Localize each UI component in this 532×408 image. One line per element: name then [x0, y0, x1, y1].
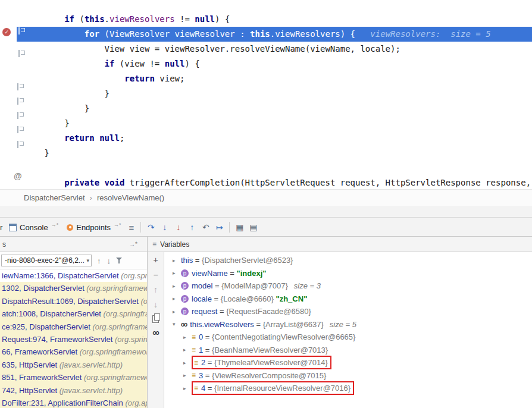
- chevron-collapsed-icon[interactable]: ▸: [173, 283, 181, 289]
- editor-debugger-splitter[interactable]: [0, 206, 532, 218]
- chevron-collapsed-icon[interactable]: ▸: [173, 309, 181, 315]
- code-lines: if (this.viewResolvers != null) { for (V…: [0, 0, 532, 189]
- view-as-grid-icon[interactable]: ▦: [233, 222, 246, 232]
- variable-content: pviewName = "indexj": [181, 268, 266, 279]
- next-frame-button[interactable]: ↓: [104, 256, 114, 265]
- menu-icon[interactable]: ≡: [126, 222, 138, 233]
- frames-header-drag-icon: →*: [129, 241, 137, 247]
- move-watch-up-button[interactable]: ↑: [154, 285, 158, 294]
- chevron-collapsed-icon[interactable]: ▸: [173, 296, 181, 302]
- stack-frame-row[interactable]: 851, FrameworkServlet (org.springframewo: [0, 371, 147, 384]
- equals-sign: =: [212, 281, 221, 290]
- variable-name: 1: [199, 346, 203, 354]
- stack-frame-row[interactable]: 1302, DispatcherServlet (org.springframe…: [0, 282, 147, 294]
- debug-content: -nio-8080-exec-2"@6,2... ▾ ↑ ↓ iewName:1…: [0, 252, 532, 408]
- code-line[interactable]: return view;: [0, 71, 532, 86]
- frames-panel: -nio-8080-exec-2"@6,2... ▾ ↑ ↓ iewName:1…: [0, 252, 148, 408]
- equals-sign: =: [193, 256, 202, 265]
- add-watch-button[interactable]: +: [153, 256, 158, 264]
- variable-row[interactable]: ▸this = {DispatcherServlet@6523}: [164, 254, 532, 267]
- code-line[interactable]: }: [0, 146, 532, 161]
- breakpoint-icon[interactable]: ✓: [2, 28, 11, 36]
- thread-selector-dropdown[interactable]: -nio-8080-exec-2"@6,2... ▾: [1, 255, 92, 266]
- code-line[interactable]: private void triggerAfterCompletion(Http…: [0, 175, 532, 189]
- variable-row[interactable]: ▸≡1 = {BeanNameViewResolver@7013}: [164, 344, 532, 357]
- tab-console-label: Console: [20, 223, 48, 232]
- chevron-collapsed-icon[interactable]: ▸: [173, 270, 181, 276]
- code-line[interactable]: if (this.viewResolvers != null) {: [0, 12, 532, 27]
- tab-console[interactable]: Console →*: [5, 218, 62, 236]
- force-step-into-icon[interactable]: ↓: [171, 222, 185, 232]
- element-icon: ≡: [192, 333, 196, 341]
- previous-frame-button[interactable]: ↑: [94, 256, 104, 265]
- param-icon: p: [181, 295, 189, 303]
- move-watch-down-button[interactable]: ↓: [154, 300, 158, 309]
- variable-row[interactable]: ▸pmodel = {ModelMap@7007}size = 3: [164, 280, 532, 293]
- variable-size-hint: size = 3: [294, 281, 321, 290]
- stack-frame-row[interactable]: DispatchResult:1069, DispatcherServlet (…: [0, 295, 147, 307]
- chevron-collapsed-icon[interactable]: ▸: [183, 385, 192, 391]
- chevron-collapsed-icon[interactable]: ▸: [183, 347, 192, 353]
- step-over-icon[interactable]: ↷: [144, 222, 158, 232]
- equals-sign: =: [203, 346, 212, 354]
- equals-sign: =: [203, 332, 212, 341]
- stack-frame-row[interactable]: ce:925, DispatcherServlet (org.springfra…: [0, 321, 147, 333]
- chevron-expanded-icon[interactable]: ▾: [173, 321, 181, 327]
- layout-settings-icon[interactable]: ▤: [246, 222, 260, 232]
- variable-row[interactable]: ▸≡3 = {ViewResolverComposite@7015}: [164, 369, 532, 382]
- stack-frame-row[interactable]: DoFilter:231, ApplicationFilterChain (or…: [0, 397, 147, 408]
- variable-row[interactable]: ▸≡2 = {ThymeleafViewResolver@7014}: [164, 356, 532, 369]
- breadcrumb-item-class[interactable]: DispatcherServlet: [24, 193, 85, 202]
- tab-endpoints[interactable]: Endpoints →*: [62, 218, 125, 236]
- equals-sign: =: [254, 320, 263, 329]
- drop-frame-icon[interactable]: ↶: [199, 222, 212, 232]
- bookmark-flag-icon: [18, 50, 24, 57]
- chevron-collapsed-icon[interactable]: ▸: [183, 360, 192, 366]
- bookmark-flag-icon: [18, 27, 24, 34]
- code-line[interactable]: }: [0, 116, 532, 131]
- code-line[interactable]: }: [0, 86, 532, 101]
- execution-line[interactable]: for (ViewResolver viewResolver : this.vi…: [17, 27, 532, 42]
- annotation-gutter-icon: @: [14, 171, 22, 181]
- code-line[interactable]: View view = viewResolver.resolveViewName…: [0, 42, 532, 57]
- breadcrumb-item-method[interactable]: resolveViewName(): [97, 193, 164, 202]
- step-out-icon[interactable]: ↑: [185, 222, 199, 232]
- debug-toolbar: r Console →* Endpoints →* ≡ ↷ ↓ ↓ ↑ ↶ ↦ …: [0, 218, 532, 237]
- stack-frame-row[interactable]: atch:1008, DispatcherServlet (org.spring…: [0, 307, 147, 320]
- code-line[interactable]: return null;: [0, 131, 532, 146]
- console-icon: [9, 224, 17, 231]
- chevron-collapsed-icon[interactable]: ▸: [183, 372, 192, 378]
- variables-tree: ▸this = {DispatcherServlet@6523}▸pviewNa…: [164, 252, 532, 408]
- variable-row[interactable]: ▸plocale = {Locale@6660} "zh_CN": [164, 293, 532, 306]
- variable-row[interactable]: ▾oothis.viewResolvers = {ArrayList@6637}…: [164, 318, 532, 331]
- code-line[interactable]: [0, 161, 532, 175]
- equals-sign: =: [228, 269, 237, 278]
- variable-name: model: [192, 281, 212, 290]
- variables-panel: + − ↑ ↓ oo ▸this = {DispatcherServlet@65…: [148, 252, 532, 408]
- highlight-box: ≡4 = {InternalResourceViewResolver@7016}: [192, 381, 354, 395]
- watches-icon[interactable]: oo: [152, 329, 158, 336]
- bookmark-flag-icon: [17, 112, 23, 119]
- code-line[interactable]: }: [0, 101, 532, 116]
- stack-frame-row[interactable]: 66, FrameworkServlet (org.springframewor: [0, 346, 147, 358]
- run-to-cursor-icon[interactable]: ↦: [212, 222, 226, 232]
- chevron-collapsed-icon[interactable]: ▸: [173, 258, 181, 263]
- stack-frame-row[interactable]: iewName:1366, DispatcherServlet (org.spr: [0, 269, 147, 282]
- variable-row[interactable]: ▸prequest = {RequestFacade@6580}: [164, 305, 532, 318]
- remove-watch-button[interactable]: −: [153, 271, 158, 279]
- step-into-icon[interactable]: ↓: [158, 222, 171, 232]
- code-editor[interactable]: ✓ @ if (this.viewResolvers != null) { fo…: [0, 0, 532, 189]
- duplicate-watch-icon[interactable]: [152, 315, 159, 323]
- variable-row[interactable]: ▸≡4 = {InternalResourceViewResolver@7016…: [164, 382, 532, 395]
- variable-value: {Locale@6660}: [221, 294, 274, 303]
- variable-row[interactable]: ▸pviewName = "indexj": [164, 267, 532, 280]
- variable-row[interactable]: ▸≡0 = {ContentNegotiatingViewResolver@66…: [164, 331, 532, 344]
- stack-frame-row[interactable]: 742, HttpServlet (javax.servlet.http): [0, 384, 147, 397]
- variable-value: {ContentNegotiatingViewResolver@6665}: [212, 332, 355, 341]
- stack-frame-row[interactable]: Request:974, FrameworkServlet (org.sprin…: [0, 333, 147, 346]
- code-line[interactable]: if (view != null) {: [0, 57, 532, 71]
- partial-tab[interactable]: r: [0, 223, 5, 232]
- filter-frames-icon[interactable]: [116, 257, 123, 264]
- chevron-collapsed-icon[interactable]: ▸: [183, 334, 192, 340]
- stack-frame-row[interactable]: 635, HttpServlet (javax.servlet.http): [0, 359, 147, 371]
